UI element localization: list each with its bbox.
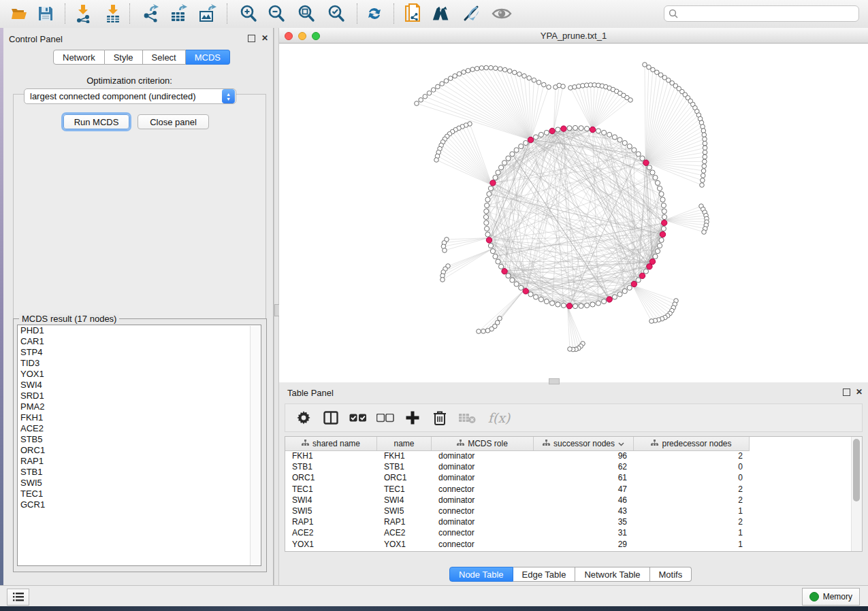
mcds-result-item[interactable]: SWI5 [18, 478, 261, 489]
mcds-result-item[interactable]: ACE2 [18, 423, 261, 434]
mcds-result-item[interactable]: PMA2 [18, 401, 261, 412]
network-search-field[interactable] [664, 5, 859, 22]
table-cell[interactable]: 2 [634, 451, 750, 461]
table-cell[interactable]: 2 [634, 517, 750, 527]
table-cell[interactable]: dominator [432, 495, 534, 505]
table-cell[interactable]: dominator [432, 550, 534, 552]
table-row[interactable]: YOX1YOX1connector291 [285, 539, 750, 550]
memory-button[interactable]: Memory [802, 588, 860, 606]
table-cell[interactable]: SWI4 [285, 495, 377, 505]
table-cell[interactable]: connector [432, 484, 534, 494]
table-cell[interactable]: FKH1 [377, 451, 432, 461]
horizontal-splitter-handle[interactable] [549, 378, 560, 384]
table-row[interactable]: SWI5SWI5connector431 [285, 506, 750, 516]
table-cell[interactable]: 2 [634, 495, 750, 505]
tab-style[interactable]: Style [105, 50, 143, 65]
float-table-panel-icon[interactable] [842, 389, 850, 397]
mcds-result-item[interactable]: STB5 [18, 434, 261, 445]
table-cell[interactable]: SWI4 [377, 495, 432, 505]
column-header-MCDS-role[interactable]: MCDS role [432, 437, 534, 450]
import-table-icon[interactable] [103, 4, 123, 23]
table-cell[interactable]: 29 [534, 540, 634, 549]
column-header-successor-nodes[interactable]: successor nodes [534, 437, 634, 450]
table-cell[interactable]: 96 [534, 451, 634, 461]
table-cell[interactable]: 1 [634, 528, 750, 538]
table-cell[interactable]: TEC1 [285, 484, 377, 494]
table-cell[interactable]: PHD1 [377, 550, 432, 552]
table-cell[interactable]: YOX1 [285, 540, 377, 549]
table-cell[interactable]: dominator [432, 517, 534, 527]
table-cell[interactable]: 1 [634, 540, 750, 549]
mcds-result-item[interactable]: TEC1 [18, 489, 261, 499]
mcds-result-item[interactable]: YOX1 [18, 369, 261, 380]
zoom-selected-icon[interactable] [326, 4, 347, 23]
table-cell[interactable]: dominator [432, 451, 534, 461]
mcds-result-item[interactable]: RAP1 [18, 456, 261, 467]
add-column-icon[interactable] [404, 409, 421, 427]
mcds-result-item[interactable]: PHD1 [18, 325, 261, 336]
table-cell[interactable]: STB1 [285, 462, 377, 472]
mcds-result-item[interactable]: STB1 [18, 467, 261, 478]
table-cell[interactable]: SWI5 [377, 506, 432, 516]
close-panel-button[interactable]: Close panel [138, 114, 209, 129]
float-panel-icon[interactable] [247, 35, 255, 43]
select-all-columns-icon[interactable] [349, 409, 367, 427]
table-row[interactable]: ACE2ACE2connector311 [285, 527, 750, 538]
table-cell[interactable]: 0 [634, 473, 750, 482]
tab-node-table[interactable]: Node Table [449, 567, 513, 582]
tab-select[interactable]: Select [143, 50, 186, 65]
mcds-result-item[interactable]: SWI4 [18, 380, 261, 391]
table-cell[interactable]: 35 [534, 517, 634, 527]
hide-details-icon[interactable] [462, 4, 482, 23]
column-layout-icon[interactable] [322, 409, 340, 427]
table-cell[interactable]: 47 [534, 484, 634, 494]
zoom-in-icon[interactable] [238, 4, 259, 23]
tab-network[interactable]: Network [53, 50, 105, 65]
result-list-scrollbar[interactable] [250, 326, 260, 566]
table-row[interactable]: PHD1PHD1dominator180 [285, 550, 750, 552]
mcds-result-item[interactable]: TID3 [18, 358, 261, 369]
table-cell[interactable]: 0 [634, 462, 750, 472]
table-cell[interactable]: 46 [534, 495, 634, 505]
clone-network-icon[interactable] [402, 4, 423, 23]
search-network-icon[interactable] [432, 4, 452, 23]
search-input[interactable] [678, 8, 854, 19]
table-cell[interactable]: 18 [534, 550, 634, 552]
table-cell[interactable]: connector [432, 506, 534, 516]
table-cell[interactable]: 43 [534, 506, 634, 516]
table-cell[interactable]: ACE2 [377, 528, 432, 538]
tab-network-table[interactable]: Network Table [575, 567, 649, 582]
export-image-icon[interactable] [197, 4, 218, 23]
save-session-icon[interactable] [35, 4, 56, 23]
table-row[interactable]: SWI4SWI4dominator462 [285, 495, 750, 506]
table-cell[interactable]: TEC1 [377, 484, 432, 494]
table-scrollbar-thumb[interactable] [853, 439, 860, 501]
show-details-eye-icon[interactable] [492, 4, 512, 23]
network-canvas[interactable] [279, 44, 868, 382]
table-cell[interactable]: 2 [634, 484, 750, 494]
table-row[interactable]: STB1STB1dominator620 [285, 461, 750, 472]
table-cell[interactable]: dominator [432, 473, 534, 482]
criterion-dropdown[interactable]: largest connected component (undirected)… [24, 88, 236, 104]
mcds-result-item[interactable]: GCR1 [18, 499, 261, 510]
table-cell[interactable]: 61 [534, 473, 634, 482]
table-row[interactable]: FKH1FKH1dominator962 [285, 450, 750, 461]
node-table[interactable]: shared namenameMCDS rolesuccessor nodesp… [285, 436, 863, 552]
close-panel-icon[interactable]: ✕ [261, 34, 269, 42]
export-network-icon[interactable] [141, 4, 161, 23]
delete-column-icon[interactable] [431, 409, 449, 427]
table-settings-gear-icon[interactable] [295, 409, 312, 427]
table-cell[interactable]: RAP1 [285, 517, 377, 527]
run-mcds-button[interactable]: Run MCDS [63, 114, 129, 129]
zoom-out-icon[interactable] [266, 4, 287, 23]
table-cell[interactable]: FKH1 [285, 451, 377, 461]
table-cell[interactable]: 1 [634, 506, 750, 516]
table-cell[interactable]: YOX1 [377, 540, 432, 549]
mcds-result-item[interactable]: ORC1 [18, 445, 261, 456]
deselect-all-columns-icon[interactable] [376, 409, 394, 427]
task-history-button[interactable] [7, 589, 29, 606]
table-row[interactable]: ORC1ORC1dominator610 [285, 472, 750, 483]
import-network-icon[interactable] [73, 4, 93, 23]
tab-motifs[interactable]: Motifs [650, 567, 692, 582]
table-cell[interactable]: 62 [534, 462, 634, 472]
